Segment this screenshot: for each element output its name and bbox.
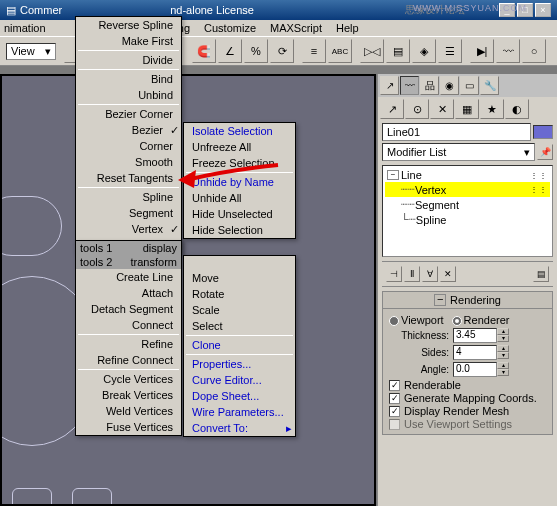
ctx-divide[interactable]: Divide: [76, 52, 181, 68]
ctx-smooth[interactable]: Smooth: [76, 154, 181, 170]
object-color-swatch[interactable]: [533, 125, 553, 139]
angle-spinner[interactable]: ▴▾: [497, 362, 509, 377]
object-name-field[interactable]: Line01: [382, 123, 531, 141]
angle-input[interactable]: 0.0: [453, 362, 497, 377]
subtab-icon[interactable]: ▦: [455, 99, 479, 119]
ctx-isolate[interactable]: Isolate Selection: [184, 123, 295, 139]
ctx-wire-parameters[interactable]: Wire Parameters...: [184, 404, 295, 420]
ctx-convert-to[interactable]: Convert To:: [184, 420, 295, 436]
remove-icon[interactable]: ✕: [440, 266, 456, 282]
chk-gen-mapping[interactable]: ✓: [389, 393, 400, 404]
stack-item-vertex[interactable]: ┈┈ Vertex ⋮⋮: [385, 182, 550, 197]
ctx-reverse-spline[interactable]: Reverse Spline: [76, 17, 181, 33]
ctx-unbind[interactable]: Unbind: [76, 87, 181, 103]
toolbar-curve-icon[interactable]: 〰: [496, 39, 520, 63]
ctx-hide-unselected[interactable]: Hide Unselected: [184, 206, 295, 222]
ctx-detach-segment[interactable]: Detach Segment: [76, 301, 181, 317]
ctx-bezier-corner[interactable]: Bezier Corner: [76, 106, 181, 122]
ctx-connect[interactable]: Connect: [76, 317, 181, 333]
toolbar-angle-icon[interactable]: ∠: [218, 39, 242, 63]
ctx-cycle-vertices[interactable]: Cycle Vertices: [76, 371, 181, 387]
tab-motion-icon[interactable]: ◉: [440, 76, 459, 95]
ctx-move[interactable]: Move: [184, 270, 295, 286]
chk-display-mesh[interactable]: ✓: [389, 406, 400, 417]
ctx-curve-editor[interactable]: Curve Editor...: [184, 372, 295, 388]
menu-animation[interactable]: nimation: [4, 22, 46, 34]
ctx-vertex[interactable]: Vertex: [76, 221, 181, 237]
toolbar-percent-icon[interactable]: %: [244, 39, 268, 63]
ctx-weld-vertices[interactable]: Weld Vertices: [76, 403, 181, 419]
ctx-refine[interactable]: Refine: [76, 336, 181, 352]
ctx-reset-tangents[interactable]: Reset Tangents: [76, 170, 181, 186]
ctx-bezier[interactable]: Bezier: [76, 122, 181, 138]
show-end-icon[interactable]: Ⅱ: [404, 266, 420, 282]
radio-viewport[interactable]: [389, 316, 399, 326]
chk-use-viewport[interactable]: [389, 419, 400, 430]
subtab-icon[interactable]: ◐: [505, 99, 529, 119]
toolbar-snap-icon[interactable]: ◈: [412, 39, 436, 63]
thickness-input[interactable]: 3.45: [453, 328, 497, 343]
ctx-unhide-by-name[interactable]: Unhide by Name: [184, 174, 295, 190]
subtab-icon[interactable]: ↗: [380, 99, 404, 119]
toolbar-list-icon[interactable]: ≡: [302, 39, 326, 63]
menu-maxscript[interactable]: MAXScript: [270, 22, 322, 34]
modifier-stack[interactable]: − Line ⋮⋮ ┈┈ Vertex ⋮⋮ ┈┈ Segment └┈ Spl…: [382, 165, 553, 257]
ctx-properties[interactable]: Properties...: [184, 356, 295, 372]
toolbar-abc-icon[interactable]: ABC: [328, 39, 352, 63]
thickness-spinner[interactable]: ▴▾: [497, 328, 509, 343]
ctx-segment[interactable]: Segment: [76, 205, 181, 221]
toolbar-skip-icon[interactable]: ▶|: [470, 39, 494, 63]
tab-utilities-icon[interactable]: 🔧: [480, 76, 499, 95]
ctx-freeze-selection[interactable]: Freeze Selection: [184, 155, 295, 171]
close-button[interactable]: ×: [535, 3, 551, 17]
pin-stack-button[interactable]: 📌: [537, 144, 553, 160]
ctx-refine-connect[interactable]: Refine Connect: [76, 352, 181, 368]
unique-icon[interactable]: ∀: [422, 266, 438, 282]
stack-item-segment[interactable]: ┈┈ Segment: [385, 197, 550, 212]
toolbar-magnet-icon[interactable]: 🧲: [192, 39, 216, 63]
ctx-fuse-vertices[interactable]: Fuse Vertices: [76, 419, 181, 435]
ctx-clone[interactable]: Clone: [184, 337, 295, 353]
ctx-spline[interactable]: Spline: [76, 189, 181, 205]
expand-icon[interactable]: −: [387, 170, 399, 180]
ctx-make-first[interactable]: Make First: [76, 33, 181, 49]
tab-hierarchy-icon[interactable]: 品: [420, 76, 439, 95]
subtab-icon[interactable]: ✕: [430, 99, 454, 119]
ctx-dope-sheet[interactable]: Dope Sheet...: [184, 388, 295, 404]
subtab-icon[interactable]: ★: [480, 99, 504, 119]
toolbar-render-icon[interactable]: ○: [522, 39, 546, 63]
toolbar-layers-icon[interactable]: ☰: [438, 39, 462, 63]
toolbar-mirror-icon[interactable]: ▷◁: [360, 39, 384, 63]
tab-create-icon[interactable]: ↗: [380, 76, 399, 95]
subtab-icon[interactable]: ⊙: [405, 99, 429, 119]
ctx-unhide-all[interactable]: Unhide All: [184, 190, 295, 206]
ctx-hide-selection[interactable]: Hide Selection: [184, 222, 295, 238]
ctx-corner[interactable]: Corner: [76, 138, 181, 154]
toolbar-align-icon[interactable]: ▤: [386, 39, 410, 63]
configure-icon[interactable]: ▤: [533, 266, 549, 282]
ctx-attach[interactable]: Attach: [76, 285, 181, 301]
ctx-select[interactable]: Select: [184, 318, 295, 334]
ctx-bind[interactable]: Bind: [76, 71, 181, 87]
ctx-break-vertices[interactable]: Break Vertices: [76, 387, 181, 403]
sides-spinner[interactable]: ▴▾: [497, 345, 509, 360]
sides-input[interactable]: 4: [453, 345, 497, 360]
chk-renderable[interactable]: ✓: [389, 380, 400, 391]
ctx-unfreeze-all[interactable]: Unfreeze All: [184, 139, 295, 155]
stack-label: Spline: [416, 214, 447, 226]
tab-modify-icon[interactable]: 〰: [400, 76, 419, 95]
tab-display-icon[interactable]: ▭: [460, 76, 479, 95]
view-dropdown[interactable]: View ▾: [6, 43, 56, 60]
menu-help[interactable]: Help: [336, 22, 359, 34]
rollout-title[interactable]: Rendering: [383, 292, 552, 309]
modifier-list-dropdown[interactable]: Modifier List ▾: [382, 143, 535, 161]
toolbar-spinner-icon[interactable]: ⟳: [270, 39, 294, 63]
ctx-create-line[interactable]: Create Line: [76, 269, 181, 285]
pin-icon[interactable]: ⊣: [386, 266, 402, 282]
menu-customize[interactable]: Customize: [204, 22, 256, 34]
stack-item-line[interactable]: − Line ⋮⋮: [385, 168, 550, 182]
ctx-rotate[interactable]: Rotate: [184, 286, 295, 302]
radio-renderer[interactable]: [452, 316, 462, 326]
ctx-scale[interactable]: Scale: [184, 302, 295, 318]
stack-item-spline[interactable]: └┈ Spline: [385, 212, 550, 227]
